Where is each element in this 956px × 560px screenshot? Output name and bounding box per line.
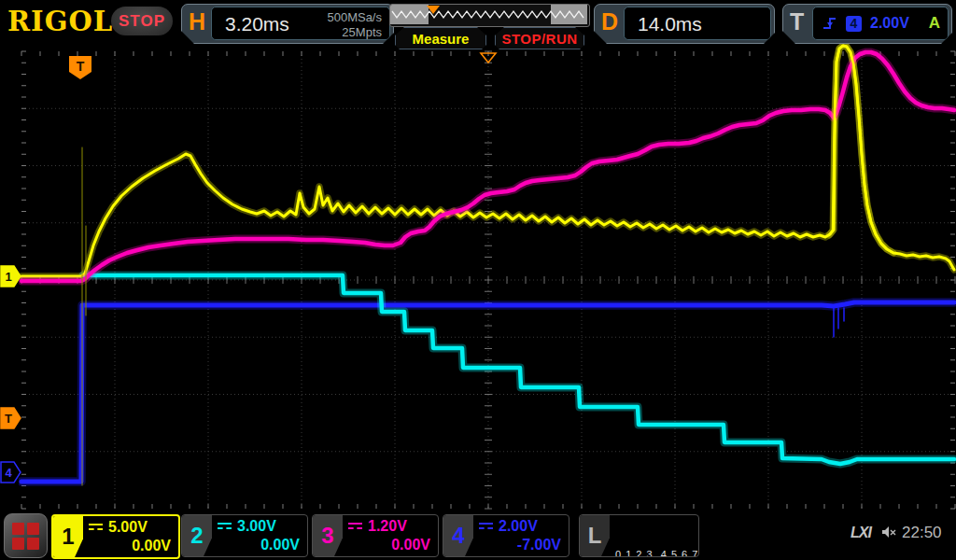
channel-3-scale: 1.20V — [368, 518, 407, 535]
digital-row-1: 0 1 2 3 4 5 6 7 — [615, 548, 699, 557]
channel-1-box[interactable]: 1 5.00V 0.00V — [51, 514, 180, 559]
left-marker-4[interactable]: 4 — [1, 462, 21, 483]
waveform-display: 1T4T — [0, 0, 956, 560]
memory-position-bar[interactable] — [389, 4, 590, 27]
rigol-logo: RIGOL — [7, 6, 113, 37]
svg-text:T: T — [5, 412, 12, 426]
digital-tab: L — [580, 515, 610, 556]
timebase-value: 3.20ms — [225, 13, 289, 35]
trigger-source-badge: 4 — [846, 16, 862, 32]
channel-4-tab: 4 — [443, 515, 473, 556]
falling-edge-icon — [822, 17, 837, 31]
oscilloscope-screen: 1T4T RIGOL STOP H 3.20ms 500MSa/s 25Mpts… — [0, 0, 956, 560]
channel-1-tab: 1 — [53, 516, 83, 557]
dc-coupling-icon — [218, 523, 232, 531]
bottom-status-bar: 1 5.00V 0.00V 2 3.00V 0.00V 3 1.20V 0.00… — [0, 511, 956, 560]
horizontal-value-box: 3.20ms 500MSa/s 25Mpts — [211, 7, 390, 40]
graticule — [21, 51, 955, 509]
channel-2-box[interactable]: 2 3.00V 0.00V — [181, 514, 308, 557]
left-marker-1[interactable]: 1 — [1, 266, 21, 287]
channel-3-box[interactable]: 3 1.20V 0.00V — [312, 514, 439, 557]
channel-1-offset: 0.00V — [89, 538, 171, 554]
dc-coupling-icon — [89, 524, 103, 532]
trigger-settings-box[interactable]: T 4 2.00V A — [782, 4, 952, 44]
menu-button[interactable] — [4, 513, 48, 558]
channel-2-tab: 2 — [182, 515, 212, 556]
svg-text:1: 1 — [5, 270, 11, 284]
channel-1-scale: 5.00V — [108, 519, 148, 536]
top-status-bar: RIGOL STOP H 3.20ms 500MSa/s 25Mpts Meas… — [0, 0, 956, 43]
digital-channels-box[interactable]: L 0 1 2 3 4 5 6 7 8 9 1011 12131415 — [579, 514, 699, 557]
channel-4-scale: 2.00V — [499, 518, 538, 535]
channel-3-tab: 3 — [313, 515, 343, 556]
channel-4-offset: -7.00V — [479, 537, 561, 553]
trigger-mode: A — [929, 14, 940, 33]
delay-value: 14.0ms — [638, 13, 702, 35]
menu-grid-icon — [12, 523, 39, 550]
delay-settings-box[interactable]: D 14.0ms — [594, 4, 775, 44]
stop-run-button[interactable]: STOP/RUN — [495, 27, 584, 49]
delay-value-box: 14.0ms — [624, 7, 771, 40]
channel-4-box[interactable]: 4 2.00V -7.00V — [443, 514, 569, 557]
horizontal-label: H — [189, 8, 205, 35]
dc-coupling-icon — [479, 523, 493, 531]
channel-2-offset: 0.00V — [218, 537, 300, 553]
measure-button[interactable]: Measure — [395, 27, 486, 49]
trigger-value-box: 4 2.00V A — [812, 7, 949, 40]
channel-3-offset: 0.00V — [348, 537, 430, 553]
horizontal-settings-box[interactable]: H 3.20ms 500MSa/s 25Mpts — [181, 4, 394, 44]
memory-position-waveform — [390, 5, 587, 24]
dc-coupling-icon — [348, 523, 362, 531]
clock: 22:50 — [902, 524, 942, 542]
speaker-muted-icon[interactable] — [881, 525, 898, 540]
trigger-level-value: 2.00V — [870, 15, 909, 32]
lxi-logo: LXI — [851, 525, 871, 541]
svg-text:T: T — [77, 59, 85, 74]
svg-text:4: 4 — [5, 466, 12, 480]
acquisition-status-badge: STOP — [111, 7, 173, 35]
channel-2-scale: 3.00V — [237, 518, 276, 535]
delay-label: D — [601, 8, 618, 35]
memory-depth: 25Mpts — [327, 25, 382, 40]
trigger-label: T — [790, 8, 804, 35]
trigger-position-flag[interactable]: T — [69, 56, 91, 79]
left-marker-T[interactable]: T — [1, 408, 21, 428]
sample-rate: 500MSa/s — [327, 10, 382, 25]
